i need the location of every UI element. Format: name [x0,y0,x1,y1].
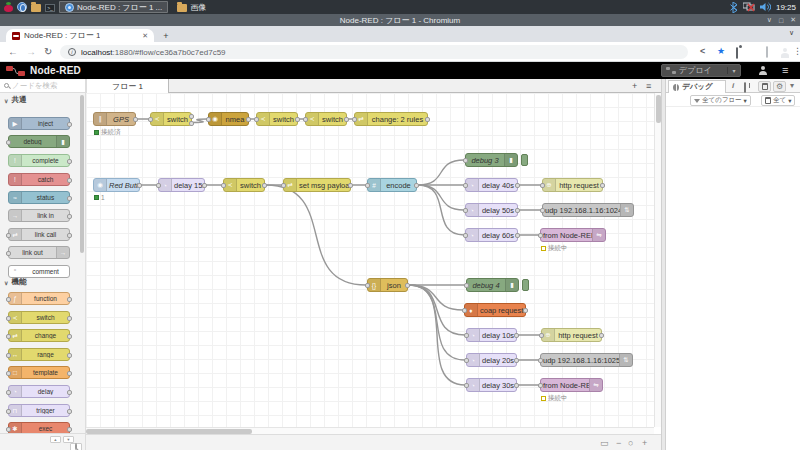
node-input-port[interactable] [6,427,11,432]
node-output-port[interactable] [137,183,142,188]
flow-node-ws1[interactable]: from Node-RED⇋ [540,228,606,242]
reload-icon[interactable]: ↻ [44,46,52,57]
flow-canvas[interactable]: ∥GPS接続済≺switch◉nmea≺switch≺switch⇄change… [86,93,654,427]
node-input-port[interactable] [281,183,286,188]
node-input-port[interactable] [538,233,543,238]
extension-white-icon[interactable] [766,47,768,57]
deploy-button[interactable]: デプロイ ▾ [661,64,741,77]
node-input-port[interactable] [6,353,11,358]
palette-node-link-in[interactable]: →link in [8,209,70,222]
node-input-port[interactable] [6,334,11,339]
node-output-port[interactable] [67,159,72,164]
flow-node-http1[interactable]: ⊕http request [542,178,603,192]
flow-node-d40[interactable]: ◔delay 40s [465,178,518,192]
sidebar-tab-help-icon[interactable] [744,83,746,92]
node-output-port[interactable] [67,214,72,219]
flow-node-sw1[interactable]: ≺switch [150,112,192,126]
web-browser-icon[interactable] [17,2,27,12]
flow-node-nmea[interactable]: ◉nmea [208,112,249,126]
node-input-port[interactable] [352,117,357,122]
palette-node-status[interactable]: ≈status [8,191,70,204]
node-input-port[interactable] [464,283,469,288]
debug-messages-panel[interactable] [666,107,800,450]
taskbar-window-images[interactable]: 画像 [172,1,211,13]
forward-icon[interactable]: → [26,46,36,57]
node-output-port[interactable] [405,283,410,288]
node-output-port[interactable] [67,297,72,302]
new-tab-button[interactable]: + [160,30,172,42]
deploy-caret-icon[interactable]: ▾ [727,67,740,74]
flow-node-json[interactable]: {}json [367,278,408,292]
flow-node-coap[interactable]: ♦coap request [464,303,526,317]
bluetooth-icon[interactable] [730,2,738,13]
node-input-port[interactable] [463,183,468,188]
node-output-port[interactable] [262,183,267,188]
flow-node-chg[interactable]: ⇄change: 2 rules [354,112,428,126]
node-input-port[interactable] [463,208,468,213]
flow-list-icon[interactable]: ≡ [646,81,651,91]
node-output-port[interactable] [514,333,519,338]
debug-toggle-button[interactable] [522,279,529,291]
window-maximize-icon[interactable]: □ [779,17,783,24]
node-input-port[interactable] [156,183,161,188]
debug-clear-all-button[interactable]: 全て ▾ [761,95,795,106]
canvas-vscrollbar[interactable] [654,93,661,427]
palette-node-inject[interactable]: ▶inject [8,117,70,130]
node-input-port[interactable] [463,158,468,163]
palette-filter-icon[interactable] [70,443,82,450]
node-output-port[interactable] [67,316,72,321]
palette-node-exec[interactable]: ✱exec [8,422,70,433]
node-input-port[interactable] [6,316,11,321]
file-manager-icon[interactable] [31,4,41,12]
node-output-port[interactable] [344,117,349,122]
node-input-port[interactable] [6,251,11,256]
sidebar-debug-trash-icon[interactable] [758,81,771,92]
palette-node-range[interactable]: ↔range [8,348,70,361]
node-input-port[interactable] [463,233,468,238]
node-input-port[interactable] [540,183,545,188]
node-output-port[interactable] [67,196,72,201]
canvas-hscrollbar[interactable] [86,427,654,434]
node-input-port[interactable] [539,333,544,338]
node-input-port[interactable] [365,283,370,288]
palette-node-link-call[interactable]: ⇄link call [8,228,70,241]
node-output-port[interactable] [189,114,194,119]
share-icon[interactable]: < [700,46,705,56]
node-output-port[interactable] [202,183,207,188]
main-menu-icon[interactable]: ≡ [782,64,788,76]
flow-node-rb[interactable]: ◉Red Button [93,178,140,192]
volume-icon[interactable] [760,2,771,12]
flow-node-http2[interactable]: ⊕http request [541,328,602,342]
node-input-port[interactable] [464,333,469,338]
flow-node-sw2[interactable]: ≺switch [256,112,298,126]
node-output-port[interactable] [189,121,194,126]
node-output-port[interactable] [67,390,72,395]
zoom-reset-icon[interactable]: ○ [628,438,633,448]
zoom-out-icon[interactable]: − [616,438,621,448]
taskbar-window-nodered[interactable]: Node-RED : フロー 1 ... [59,1,168,13]
node-input-port[interactable] [6,371,11,376]
node-input-port[interactable] [462,308,467,313]
node-input-port[interactable] [538,358,543,363]
node-output-port[interactable] [67,371,72,376]
raspberry-menu-icon[interactable] [4,2,13,12]
node-input-port[interactable] [206,117,211,122]
flow-node-d50[interactable]: ◔delay 50s [465,203,518,217]
node-output-port[interactable] [414,183,419,188]
navigator-icon[interactable]: ▭ [600,438,609,448]
tab-close-icon[interactable]: ✕ [142,32,148,40]
flow-node-d15[interactable]: ◔delay 15s [158,178,205,192]
node-output-port[interactable] [599,333,604,338]
sidebar-caret-icon[interactable]: ▾ [790,81,794,90]
flow-node-d10[interactable]: ◔delay 10s [466,328,517,342]
url-text[interactable]: localhost:1880/#flow/ce36a7b0c7ed7c59 [81,48,226,57]
flow-node-setmsg[interactable]: ⇄set msg payload [283,178,351,192]
node-output-port[interactable] [67,353,72,358]
node-input-port[interactable] [6,140,11,145]
palette-section-0[interactable]: ∨共通 [4,95,80,105]
tab-search-caret-icon[interactable]: ∨ [789,29,794,37]
clock[interactable]: 19:25 [776,3,796,12]
debug-toggle-button[interactable] [521,154,528,166]
node-input-port[interactable] [221,183,226,188]
zoom-in-icon[interactable]: + [642,438,647,448]
